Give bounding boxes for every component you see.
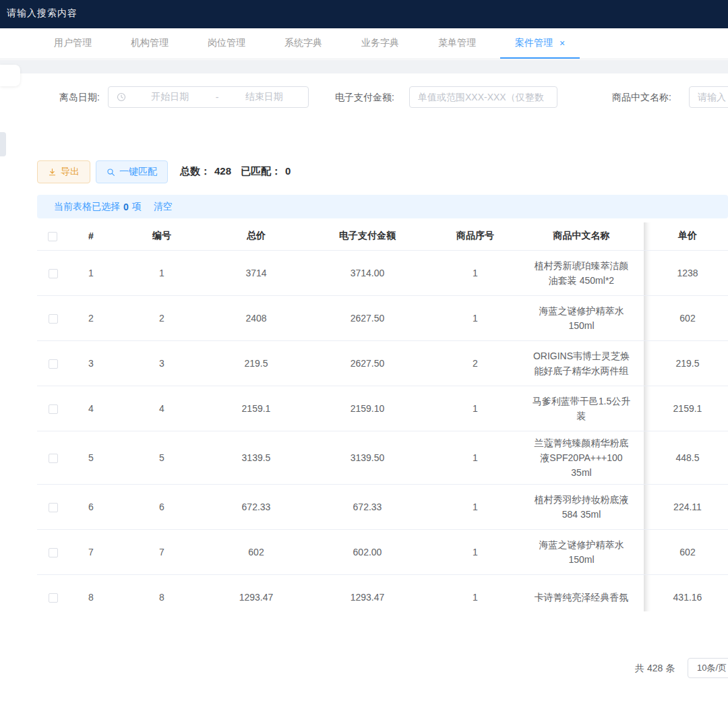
cell-epay: 672.33 xyxy=(303,484,431,529)
tab[interactable]: 业务字典 xyxy=(346,28,414,59)
pagination-total: 共 428 条 xyxy=(635,663,675,675)
cell-product-name: 马爹利蓝带干邑1.5公升装 xyxy=(519,386,644,431)
tab[interactable]: 用户管理 xyxy=(39,28,107,59)
one-key-match-label: 一键匹配 xyxy=(119,166,157,178)
row-checkbox-cell xyxy=(37,340,67,386)
row-checkbox[interactable] xyxy=(49,269,58,278)
cell-epay: 2627.50 xyxy=(303,340,431,386)
collapsed-panel-notch xyxy=(0,65,20,86)
product-name-filter-label: 商品中文名称: xyxy=(612,92,671,104)
row-checkbox[interactable] xyxy=(49,359,58,369)
cell-index: 8 xyxy=(67,574,115,611)
cell-total: 2159.1 xyxy=(209,386,303,431)
product-name-input-wrap xyxy=(689,86,728,108)
cell-index: 1 xyxy=(67,250,115,295)
tab-label: 用户管理 xyxy=(54,37,92,49)
cell-seq: 1 xyxy=(431,484,519,529)
cell-product-name: 植村秀新琥珀臻萃洁颜油套装 450ml*2 xyxy=(519,250,644,295)
tab-label: 机构管理 xyxy=(131,37,169,49)
case-management-page: 请输入搜索内容 用户管理 机构管理 岗位管理 系统字典 xyxy=(0,0,728,726)
tab[interactable]: 岗位管理 xyxy=(193,28,260,59)
total-label: 总数： xyxy=(180,165,210,177)
row-checkbox-cell xyxy=(37,386,67,431)
row-checkbox-cell xyxy=(37,295,67,340)
clear-selection-link[interactable]: 清空 xyxy=(154,201,173,213)
cell-epay: 602.00 xyxy=(303,529,431,574)
cell-code: 1 xyxy=(115,250,209,295)
row-checkbox-cell xyxy=(37,431,67,484)
cell-total: 672.33 xyxy=(209,484,303,529)
cell-index: 6 xyxy=(67,484,115,529)
col-header-unit: 单价 xyxy=(644,222,728,250)
tab[interactable]: 案件管理 × xyxy=(500,28,580,59)
amount-input[interactable] xyxy=(410,87,557,107)
export-button[interactable]: 导出 xyxy=(37,160,90,183)
page-size-select[interactable]: 10条/页 xyxy=(688,658,728,678)
download-icon xyxy=(48,168,57,177)
table-row: 1 1 3714 3714.00 1 植村秀新琥珀臻萃洁颜油套装 450ml*2… xyxy=(37,250,728,295)
cell-code: 6 xyxy=(115,484,209,529)
date-separator: - xyxy=(214,92,220,102)
product-name-input[interactable] xyxy=(690,87,728,107)
start-date-placeholder: 开始日期 xyxy=(126,91,214,103)
cell-product-name: 植村秀羽纱持妆粉底液 584 35ml xyxy=(519,484,644,529)
tab-label: 业务字典 xyxy=(361,37,399,49)
date-range-picker[interactable]: 开始日期 - 结束日期 xyxy=(108,86,309,108)
row-checkbox[interactable] xyxy=(49,593,58,603)
matched-label: 已匹配： xyxy=(241,165,281,177)
table-row: 2 2 2408 2627.50 1 海蓝之谜修护精萃水 150ml 602 xyxy=(37,295,728,340)
tab-label: 系统字典 xyxy=(284,37,322,49)
col-header-code: 编号 xyxy=(115,222,209,250)
cell-code: 8 xyxy=(115,574,209,611)
results-table: # 编号 总价 电子支付金额 商品序号 商品中文名称 单价 1 1 3714 xyxy=(37,222,728,611)
tab[interactable]: 菜单管理 xyxy=(423,28,491,59)
one-key-match-button[interactable]: 一键匹配 xyxy=(96,160,168,183)
cell-seq: 1 xyxy=(431,574,519,611)
cell-unit-price: 219.5 xyxy=(644,340,728,386)
cell-epay: 3714.00 xyxy=(303,250,431,295)
cell-total: 3139.5 xyxy=(209,431,303,484)
cell-unit-price: 1238 xyxy=(644,250,728,295)
cell-unit-price: 2159.1 xyxy=(644,386,728,431)
row-checkbox[interactable] xyxy=(49,404,58,414)
tab-close-icon[interactable]: × xyxy=(559,38,565,48)
row-checkbox-cell xyxy=(37,529,67,574)
selection-suffix: 项 xyxy=(132,201,142,213)
cell-unit-price: 448.5 xyxy=(644,431,728,484)
cell-seq: 1 xyxy=(431,431,519,484)
cell-epay: 2627.50 xyxy=(303,295,431,340)
cell-unit-price: 224.11 xyxy=(644,484,728,529)
cell-seq: 1 xyxy=(431,529,519,574)
export-button-label: 导出 xyxy=(61,166,80,178)
cell-index: 2 xyxy=(67,295,115,340)
cell-total: 602 xyxy=(209,529,303,574)
cell-product-name: 卡诗菁纯亮泽经典香氛 xyxy=(519,574,644,611)
match-stats: 总数：428已匹配：0 xyxy=(180,165,295,178)
cell-unit-price: 431.16 xyxy=(644,574,728,611)
tab[interactable]: 机构管理 xyxy=(116,28,183,59)
table-row: 6 6 672.33 672.33 1 植村秀羽纱持妆粉底液 584 35ml … xyxy=(37,484,728,529)
cell-total: 2408 xyxy=(209,295,303,340)
select-all-checkbox[interactable] xyxy=(48,232,57,241)
col-header-seq: 商品序号 xyxy=(431,222,519,250)
page-background-strip xyxy=(0,60,728,73)
col-header-index: # xyxy=(67,222,115,250)
row-checkbox[interactable] xyxy=(49,314,58,324)
row-checkbox[interactable] xyxy=(49,548,58,557)
global-search-input[interactable]: 请输入搜索内容 xyxy=(7,7,78,20)
table-row: 4 4 2159.1 2159.10 1 马爹利蓝带干邑1.5公升装 2159.… xyxy=(37,386,728,431)
cell-product-name: 海蓝之谜修护精萃水 150ml xyxy=(519,295,644,340)
row-checkbox[interactable] xyxy=(49,454,58,463)
collapsed-handle[interactable] xyxy=(0,132,6,156)
cell-index: 7 xyxy=(67,529,115,574)
cell-index: 4 xyxy=(67,386,115,431)
tab-label: 岗位管理 xyxy=(208,37,245,49)
search-icon xyxy=(107,168,115,177)
cell-seq: 1 xyxy=(431,386,519,431)
cell-epay: 1293.47 xyxy=(303,574,431,611)
matched-value: 0 xyxy=(285,165,291,177)
tab[interactable]: 系统字典 xyxy=(270,28,337,59)
end-date-placeholder: 结束日期 xyxy=(220,91,308,103)
row-checkbox[interactable] xyxy=(49,503,58,512)
table-row: 3 3 219.5 2627.50 2 ORIGINS韦博士灵芝焕能好底子精华水… xyxy=(37,340,728,386)
